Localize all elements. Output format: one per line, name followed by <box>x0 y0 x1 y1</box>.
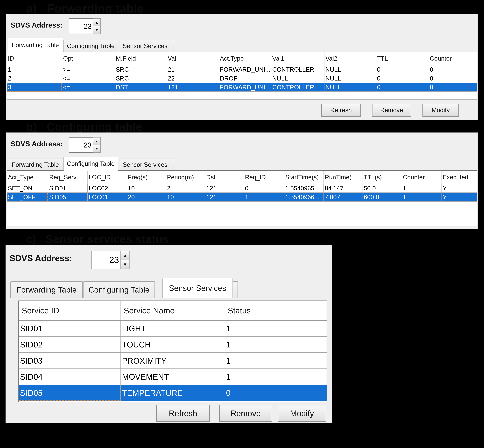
table-cell: 0 <box>244 184 284 193</box>
column-header[interactable]: Val. <box>167 52 219 65</box>
column-header[interactable]: Counter <box>429 52 477 65</box>
caption-sensor-services-status: c) Sensor services status <box>26 233 169 245</box>
table-cell: 0 <box>225 385 327 401</box>
remove-button[interactable]: Remove <box>219 405 272 422</box>
sdvs-address-spinner: 23 ▲ ▼ <box>69 137 101 153</box>
table-cell: TOUCH <box>121 336 225 353</box>
table-cell: 1 <box>225 353 327 369</box>
modify-button[interactable]: Modify <box>278 405 326 422</box>
table-cell: 22 <box>167 74 219 83</box>
table-row[interactable]: SID03PROXIMITY1 <box>19 353 327 369</box>
tab-stub <box>171 159 175 171</box>
tab-configuring-table[interactable]: Configuring Table <box>63 157 118 171</box>
sdvs-address-label: SDVS Address: <box>11 21 62 29</box>
tab-sensor-services[interactable]: Sensor Services <box>120 159 170 171</box>
column-header[interactable]: Executed <box>442 171 477 184</box>
tab-forwarding-table[interactable]: Forwarding Table <box>10 281 83 298</box>
table-row[interactable]: SID02TOUCH1 <box>19 336 327 353</box>
table-cell: TEMPERATURE <box>121 385 225 401</box>
table-row[interactable]: SID01LIGHT1 <box>19 320 327 336</box>
column-header[interactable]: Freq(s) <box>127 171 166 184</box>
column-header[interactable]: StartTime(s) <box>284 171 324 184</box>
column-header[interactable]: Dst <box>205 171 244 184</box>
refresh-button[interactable]: Refresh <box>321 104 361 117</box>
table-cell: 1 <box>225 369 327 385</box>
table-cell: SET_ON <box>7 184 48 193</box>
table-cell: 1 <box>7 65 62 74</box>
column-header[interactable]: Act_Type <box>7 171 48 184</box>
column-header[interactable]: Act.Type <box>219 52 271 65</box>
tab-stub <box>171 40 175 52</box>
sdvs-address-label: SDVS Address: <box>9 253 72 263</box>
table-row[interactable]: SET_OFFSID05LOC01201012111.5540966...7.0… <box>7 193 477 201</box>
table-cell: DROP <box>219 74 271 83</box>
table-cell: 0 <box>376 65 429 74</box>
table-cell: 121 <box>205 193 244 201</box>
spinner-down-button[interactable]: ▼ <box>121 260 130 269</box>
sdvs-address-input[interactable]: 23 <box>69 18 93 34</box>
table-row[interactable]: 3<=DST121FORWARD_UNI...CONTROLLERNULL00 <box>7 83 477 92</box>
column-header[interactable]: M.Field <box>115 52 167 65</box>
table-cell: 84.147 <box>324 184 363 193</box>
column-header[interactable]: TTL(s) <box>363 171 402 184</box>
column-header[interactable]: Req_ID <box>244 171 284 184</box>
column-header[interactable]: Service Name <box>121 301 225 320</box>
column-header[interactable]: Status <box>225 301 327 320</box>
tab-sensor-services[interactable]: Sensor Services <box>120 40 170 52</box>
table-cell: 1 <box>225 336 327 353</box>
tab-bar: Forwarding Table Configuring Table Senso… <box>10 278 238 298</box>
table-cell: 1 <box>402 193 442 201</box>
spinner-up-button[interactable]: ▲ <box>93 19 101 26</box>
column-header[interactable]: Service ID <box>19 301 121 320</box>
tab-forwarding-table[interactable]: Forwarding Table <box>8 159 63 171</box>
column-header[interactable]: LOC_ID <box>87 171 127 184</box>
tab-sensor-services[interactable]: Sensor Services <box>163 278 233 298</box>
table-row[interactable]: SID05TEMPERATURE0 <box>19 385 327 401</box>
column-header[interactable]: Req_Serv... <box>48 171 87 184</box>
tab-configuring-table[interactable]: Configuring Table <box>83 281 155 298</box>
tab-bar: Forwarding Table Configuring Table Senso… <box>8 156 176 171</box>
sdvs-address-input[interactable]: 23 <box>92 251 120 269</box>
spinner-up-button[interactable]: ▲ <box>121 251 130 260</box>
header-row: IDOpt.M.FieldVal.Act.TypeVal1Val2TTLCoun… <box>7 52 477 65</box>
table-cell: SRC <box>115 65 167 74</box>
table-cell: SID02 <box>19 336 121 353</box>
table-row[interactable]: SID04MOVEMENT1 <box>19 369 327 385</box>
table-cell: 0 <box>429 83 477 92</box>
spinner-buttons: ▲ ▼ <box>120 251 130 269</box>
table-row[interactable]: 2<=SRC22DROPNULLNULL00 <box>7 74 477 83</box>
sdvs-address-input[interactable]: 23 <box>69 137 93 153</box>
column-header[interactable]: Period(m) <box>166 171 205 184</box>
modify-button[interactable]: Modify <box>422 104 459 117</box>
table-cell: NULL <box>324 65 376 74</box>
column-header[interactable]: Val2 <box>324 52 376 65</box>
page-background: { "captions": { "a": "a) Forwarding tabl… <box>0 0 484 448</box>
spinner-down-button[interactable]: ▼ <box>93 26 101 34</box>
table-cell: 600.0 <box>363 193 402 201</box>
column-header[interactable]: Counter <box>402 171 442 184</box>
column-header[interactable]: RunTime(... <box>324 171 363 184</box>
remove-button[interactable]: Remove <box>372 104 411 117</box>
table-cell: 50.0 <box>363 184 402 193</box>
table-cell: 1.5540965... <box>284 184 324 193</box>
table-cell: >= <box>62 65 115 74</box>
table-cell: 0 <box>376 83 429 92</box>
table-cell: DST <box>115 83 167 92</box>
refresh-button[interactable]: Refresh <box>156 405 210 422</box>
column-header[interactable]: Opt. <box>62 52 115 65</box>
spinner-buttons: ▲ ▼ <box>93 137 101 153</box>
column-header[interactable]: TTL <box>376 52 429 65</box>
configuring-table-panel: SDVS Address: 23 ▲ ▼ Forwarding Table Co… <box>6 133 478 229</box>
tab-configuring-table[interactable]: Configuring Table <box>63 40 118 52</box>
spinner-down-button[interactable]: ▼ <box>93 145 101 152</box>
table-row[interactable]: 1>=SRC21FORWARD_UNI...CONTROLLERNULL00 <box>7 65 477 74</box>
spinner-up-button[interactable]: ▲ <box>93 137 101 145</box>
tab-forwarding-table[interactable]: Forwarding Table <box>8 38 63 52</box>
column-header[interactable]: ID <box>7 52 62 65</box>
table-row[interactable]: SET_ONSID01LOC0210212101.5540965...84.14… <box>7 184 477 193</box>
sensor-services-table: Service IDService NameStatusSID01LIGHT1S… <box>18 301 327 402</box>
forwarding-table-panel: SDVS Address: 23 ▲ ▼ Forwarding Table Co… <box>6 14 478 120</box>
forwarding-table: IDOpt.M.FieldVal.Act.TypeVal1Val2TTLCoun… <box>7 52 477 100</box>
column-header[interactable]: Val1 <box>271 52 324 65</box>
table-cell: LIGHT <box>121 320 225 336</box>
